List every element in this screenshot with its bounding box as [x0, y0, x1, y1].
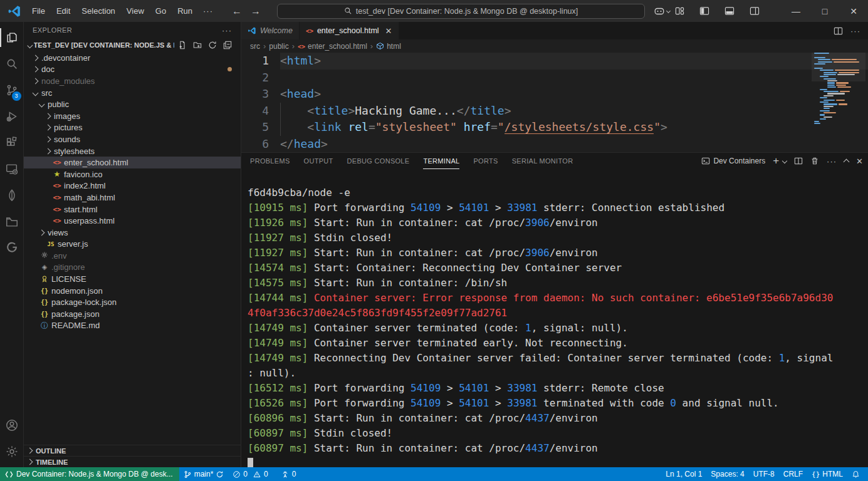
folder-views[interactable]: views [24, 227, 241, 239]
file-package-lock.json[interactable]: {}package-lock.json [24, 296, 241, 308]
problems-status[interactable]: 0 0 [228, 467, 272, 481]
folder-public[interactable]: public [24, 98, 241, 110]
remote-explorer-icon[interactable] [0, 156, 24, 182]
terminal-output[interactable]: f6d4b9cba/node -e[10915 ms] Port forward… [241, 169, 868, 467]
explorer-icon[interactable] [0, 24, 24, 51]
kill-terminal-button[interactable] [810, 157, 819, 165]
window-maximize-button[interactable]: □ [810, 0, 839, 22]
remote-indicator[interactable]: Dev Container: Node.js & Mongo DB @ desk… [0, 467, 179, 481]
tab-welcome[interactable]: Welcome [241, 22, 300, 39]
section-timeline[interactable]: TIMELINE [24, 456, 241, 467]
settings-icon[interactable] [0, 438, 24, 465]
maximize-panel-button[interactable] [844, 157, 849, 166]
language-mode-status[interactable]: {} HTML [807, 467, 847, 481]
indentation-status[interactable]: Spaces: 4 [706, 467, 748, 481]
menu-edit[interactable]: Edit [51, 4, 76, 19]
file-LICENSE[interactable]: LICENSE [24, 273, 241, 285]
panel-more-actions-button[interactable]: ··· [827, 157, 837, 166]
file-.gitignore[interactable]: ◈.gitignore [24, 262, 241, 274]
close-panel-button[interactable]: ✕ [856, 157, 863, 166]
folder-node_modules[interactable]: node_modules [24, 75, 241, 87]
file-start.html[interactable]: <>start.html [24, 204, 241, 215]
section-outline[interactable]: OUTLINE [24, 445, 241, 456]
encoding-status[interactable]: UTF-8 [749, 467, 779, 481]
close-icon[interactable]: ✕ [385, 26, 392, 36]
notifications-bell[interactable] [847, 467, 864, 481]
collapse-folders-button[interactable] [223, 41, 232, 49]
new-terminal-button[interactable]: + [773, 155, 779, 167]
source-control-icon[interactable]: 3 [0, 77, 24, 103]
panel-tab-problems[interactable]: PROBLEMS [250, 153, 290, 169]
git-branch-status[interactable]: main* [179, 467, 229, 481]
docker-explorer-icon[interactable] [0, 209, 24, 235]
folder-images[interactable]: images [24, 110, 241, 122]
toggle-primary-sidebar-button[interactable] [695, 4, 714, 19]
panel-tab-ports[interactable]: PORTS [473, 153, 498, 169]
folder-pictures[interactable]: pictures [24, 122, 241, 134]
panel-tab-serial-monitor[interactable]: SERIAL MONITOR [512, 153, 573, 169]
explorer-more-actions-button[interactable]: ··· [222, 26, 232, 35]
split-terminal-button[interactable] [794, 157, 803, 165]
account-icon[interactable] [0, 412, 24, 438]
breadcrumb-item-enter-school-html[interactable]: <>enter_school.html [298, 42, 367, 51]
code-editor[interactable]: 123456 <html><head> <title>Hacking Game.… [241, 53, 868, 152]
file-userpass.html[interactable]: <>userpass.html [24, 215, 241, 227]
menu-view[interactable]: View [121, 4, 150, 19]
menu-run[interactable]: Run [172, 4, 198, 19]
menu-go[interactable]: Go [150, 4, 172, 19]
breadcrumb-item-public[interactable]: public [269, 42, 288, 51]
folder-stylesheets[interactable]: stylesheets [24, 145, 241, 157]
file-math_abi.html[interactable]: <>math_abi.html [24, 192, 241, 204]
panel-tab-debug-console[interactable]: DEBUG CONSOLE [347, 153, 410, 169]
nav-back-button[interactable]: ← [229, 6, 244, 17]
file-favicon.ico[interactable]: ★favicon.ico [24, 168, 241, 180]
customize-layout-button[interactable] [670, 4, 689, 19]
folder-src[interactable]: src [24, 87, 241, 99]
window-close-button[interactable]: ✕ [839, 0, 868, 22]
nav-forward-button[interactable]: → [248, 6, 263, 17]
panel-tab-terminal[interactable]: TERMINAL [423, 153, 459, 169]
copilot-button[interactable] [654, 6, 670, 17]
file-label: server.js [58, 239, 88, 249]
file-server.js[interactable]: JSserver.js [24, 239, 241, 251]
folder-sounds[interactable]: sounds [24, 133, 241, 145]
refresh-explorer-button[interactable] [208, 41, 217, 49]
mongodb-icon[interactable] [0, 182, 24, 209]
folder-doc[interactable]: doc [24, 64, 241, 76]
file-.env[interactable]: .env [24, 250, 241, 262]
terminal-profile-selector[interactable]: Dev Containers [701, 157, 765, 165]
html-icon: <> [51, 182, 63, 189]
window-minimize-button[interactable]: — [782, 0, 810, 22]
run-and-debug-icon[interactable] [0, 103, 24, 130]
command-center-search[interactable]: test_dev [Dev Container: Node.js & Mongo… [277, 4, 645, 19]
cursor-position-status[interactable]: Ln 1, Col 1 [661, 467, 706, 481]
menu-more-button[interactable]: ··· [198, 4, 218, 19]
forwarded-ports-status[interactable]: 0 [276, 467, 301, 481]
file-README.md[interactable]: ⓘREADME.md [24, 320, 241, 332]
file-nodemon.json[interactable]: {}nodemon.json [24, 285, 241, 297]
breadcrumb-item-src[interactable]: src [250, 42, 260, 51]
file-enter_school.html[interactable]: <>enter_school.html [24, 157, 241, 168]
search-icon[interactable] [0, 51, 24, 77]
editor-more-actions-button[interactable]: ··· [850, 26, 860, 36]
gitlens-icon[interactable] [0, 235, 24, 261]
file-index2.html[interactable]: <>index2.html [24, 180, 241, 192]
new-folder-button[interactable] [193, 41, 202, 49]
terminal-dropdown-icon[interactable] [782, 158, 787, 163]
split-editor-button[interactable] [834, 26, 843, 36]
workspace-section-header[interactable]: TEST_DEV [DEV CONTAINER: NODE.JS & MONGO… [24, 38, 241, 52]
minimap[interactable] [814, 53, 859, 128]
gear-icon [39, 251, 50, 260]
tab-enter-school-html[interactable]: <>enter_school.html✕ [300, 22, 399, 39]
toggle-panel-button[interactable] [720, 4, 739, 19]
file-package.json[interactable]: {}package.json [24, 308, 241, 320]
menu-selection[interactable]: Selection [76, 4, 120, 19]
panel-tab-output[interactable]: OUTPUT [304, 153, 333, 169]
extensions-icon[interactable] [0, 130, 24, 156]
toggle-secondary-sidebar-button[interactable] [745, 4, 764, 19]
new-file-button[interactable] [178, 41, 187, 49]
eol-status[interactable]: CRLF [779, 467, 807, 481]
breadcrumb-item-html[interactable]: html [376, 42, 401, 51]
menu-file[interactable]: File [26, 4, 51, 19]
folder-.devcontainer[interactable]: .devcontainer [24, 52, 241, 64]
